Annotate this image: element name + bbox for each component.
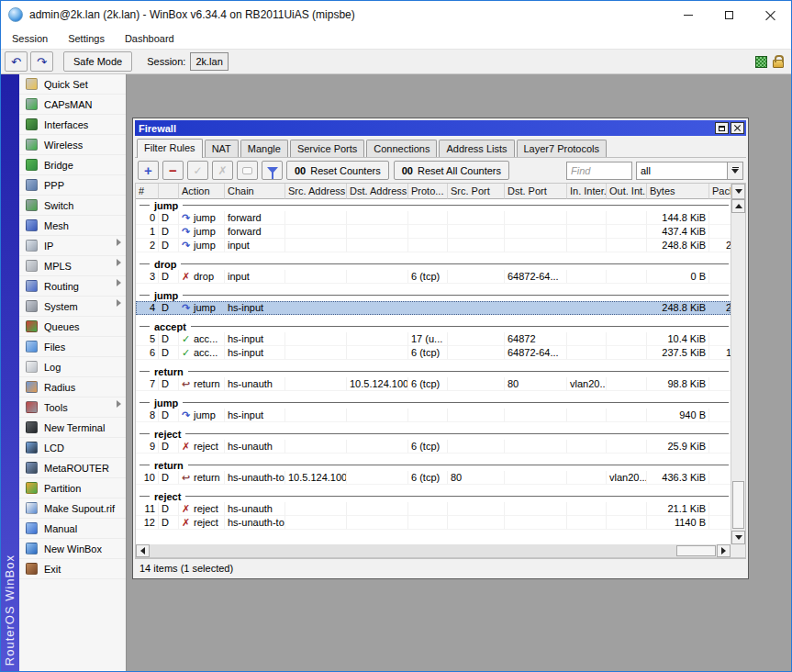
sidebar-item-system[interactable]: System	[19, 297, 126, 317]
rule-row[interactable]: 2D↷jumpinput248.8 KiB2	[136, 239, 731, 252]
horizontal-scroll-track[interactable]	[150, 544, 717, 557]
find-input[interactable]	[566, 162, 632, 180]
sidebar-item-wireless[interactable]: Wireless	[19, 135, 126, 155]
rule-row[interactable]: 1D↷jumpforward437.4 KiB	[136, 225, 731, 239]
rule-row[interactable]: 10D↩returnhs-unauth-to10.5.124.1006 (tcp…	[136, 471, 731, 485]
sidebar-item-new-winbox[interactable]: New WinBox	[19, 539, 126, 559]
redo-button[interactable]: ↷	[30, 51, 53, 72]
tab-filter-rules[interactable]: Filter Rules	[137, 139, 203, 158]
column-header-proto[interactable]: Proto...	[408, 184, 448, 199]
sidebar-item-metarouter[interactable]: MetaROUTER	[19, 458, 126, 478]
vertical-scroll-track[interactable]	[731, 213, 745, 531]
column-header-dst_address[interactable]: Dst. Address	[347, 184, 408, 199]
column-header-flag[interactable]	[159, 184, 179, 199]
rule-row[interactable]: 5D✓acc...hs-input17 (u...6487210.4 KiB	[136, 332, 731, 346]
sidebar-item-make-supout-rif[interactable]: Make Supout.rif	[19, 498, 126, 519]
horizontal-scroll-thumb[interactable]	[676, 545, 716, 556]
add-rule-button[interactable]: +	[138, 161, 159, 180]
column-header-num[interactable]: #	[136, 184, 159, 199]
rule-row[interactable]: 7D↩returnhs-unauth10.5.124.1006 (tcp)80v…	[136, 377, 731, 391]
sidebar-item-capsman[interactable]: CAPsMAN	[19, 95, 126, 115]
tab-service-ports[interactable]: Service Ports	[290, 140, 364, 157]
vertical-scroll-thumb[interactable]	[732, 481, 744, 529]
sidebar-item-bridge[interactable]: Bridge	[19, 155, 126, 175]
firewall-close-button[interactable]	[731, 122, 744, 134]
column-header-src_address[interactable]: Src. Address	[285, 184, 347, 199]
sidebar-item-lcd[interactable]: LCD	[19, 438, 126, 458]
menu-session[interactable]: Session	[8, 31, 57, 47]
sidebar-item-tools[interactable]: Tools	[19, 398, 126, 418]
session-value[interactable]: 2k.lan	[190, 52, 228, 71]
column-header-chain[interactable]: Chain	[225, 184, 285, 199]
rule-row[interactable]: 0D↷jumpforward144.8 KiB	[136, 211, 731, 225]
sidebar-item-ppp[interactable]: PPP	[19, 175, 126, 196]
sidebar-item-label: New WinBox	[44, 543, 102, 554]
rule-row[interactable]: 11D✗rejecths-unauth21.1 KiB	[136, 502, 731, 516]
scroll-left-button[interactable]	[136, 544, 150, 557]
column-header-action[interactable]: Action	[179, 184, 225, 199]
column-header-dst_port[interactable]: Dst. Port	[505, 184, 567, 199]
tab-address-lists[interactable]: Address Lists	[439, 140, 514, 157]
horizontal-scrollbar[interactable]	[135, 544, 746, 558]
tab-layer7-protocols[interactable]: Layer7 Protocols	[517, 140, 608, 157]
minimize-button[interactable]	[667, 1, 708, 28]
filter-button[interactable]	[262, 161, 283, 180]
undo-button[interactable]: ↶	[5, 51, 28, 72]
chain-filter-select[interactable]: all	[636, 162, 728, 180]
maximize-button[interactable]	[708, 1, 750, 28]
column-header-out_iface[interactable]: Out. Int...	[607, 184, 647, 199]
safe-mode-button[interactable]: Safe Mode	[63, 51, 132, 72]
sidebar-item-interfaces[interactable]: Interfaces	[19, 115, 126, 135]
reset-all-counters-button[interactable]: 00 Reset All Counters	[394, 161, 509, 180]
comment-button[interactable]	[237, 161, 258, 180]
sidebar-item-new-terminal[interactable]: New Terminal	[19, 418, 126, 438]
enable-rule-button[interactable]: ✓	[187, 161, 208, 180]
rule-row[interactable]: 8D↷jumphs-input940 B	[136, 409, 731, 422]
cell-chain: hs-unauth-to	[225, 516, 285, 530]
tab-connections[interactable]: Connections	[366, 140, 437, 157]
scroll-up-button[interactable]	[731, 199, 745, 213]
rule-row[interactable]: 12D✗rejecths-unauth-to1140 B	[136, 516, 731, 530]
sidebar-item-mesh[interactable]: Mesh	[19, 216, 126, 236]
sidebar-item-switch[interactable]: Switch	[19, 196, 126, 216]
sidebar-item-log[interactable]: Log	[19, 357, 126, 377]
menu-settings[interactable]: Settings	[64, 31, 114, 47]
sidebar-item-queues[interactable]: Queues	[19, 317, 126, 337]
rule-row[interactable]: 6D✓acc...hs-input6 (tcp)64872-64...237.5…	[136, 346, 731, 360]
remove-rule-button[interactable]: −	[162, 161, 184, 180]
rule-row[interactable]: 4D↷jumphs-input248.8 KiB2	[136, 301, 731, 315]
column-header-in_iface[interactable]: In. Inter...	[567, 184, 607, 199]
sidebar-item-partition[interactable]: Partition	[19, 478, 126, 498]
scroll-right-button[interactable]	[717, 544, 731, 557]
sidebar-item-routing[interactable]: Routing	[19, 276, 126, 297]
close-button[interactable]	[750, 1, 791, 28]
disable-rule-button[interactable]: ✗	[212, 161, 233, 180]
firewall-maximize-button[interactable]	[715, 122, 729, 134]
column-header-src_port[interactable]: Src. Port	[448, 184, 505, 199]
connection-quality-icon	[755, 56, 767, 68]
cell-src_address	[285, 516, 347, 530]
rule-row[interactable]: 3D✗dropinput6 (tcp)64872-64...0 B	[136, 270, 731, 284]
column-menu-button[interactable]	[731, 184, 745, 199]
reset-counters-button[interactable]: 00 Reset Counters	[286, 161, 389, 180]
sidebar-item-label: Bridge	[44, 160, 73, 171]
column-header-bytes[interactable]: Bytes	[647, 184, 709, 199]
sidebar-item-exit[interactable]: Exit	[19, 559, 126, 579]
tab-nat[interactable]: NAT	[205, 140, 239, 157]
firewall-titlebar[interactable]: Firewall	[135, 120, 746, 136]
sidebar-item-ip[interactable]: IP	[19, 236, 126, 256]
sidebar-item-quick-set[interactable]: Quick Set	[19, 74, 126, 95]
tab-mangle[interactable]: Mangle	[240, 140, 288, 157]
column-header-packets[interactable]: Packe...	[709, 184, 731, 199]
menu-dashboard[interactable]: Dashboard	[121, 31, 184, 47]
scroll-down-button[interactable]	[731, 531, 745, 544]
rule-row[interactable]: 9D✗rejecths-unauth6 (tcp)25.9 KiB	[136, 440, 731, 454]
chain-filter-dropdown-button[interactable]	[728, 162, 743, 180]
sidebar-item-radius[interactable]: Radius	[19, 377, 126, 398]
sidebar-item-files[interactable]: Files	[19, 337, 126, 357]
funnel-icon	[267, 167, 278, 174]
action-label: reject	[194, 517, 218, 528]
sidebar-item-manual[interactable]: Manual	[19, 519, 126, 539]
sidebar-item-mpls[interactable]: MPLS	[19, 256, 126, 276]
vertical-scrollbar[interactable]	[731, 184, 745, 544]
